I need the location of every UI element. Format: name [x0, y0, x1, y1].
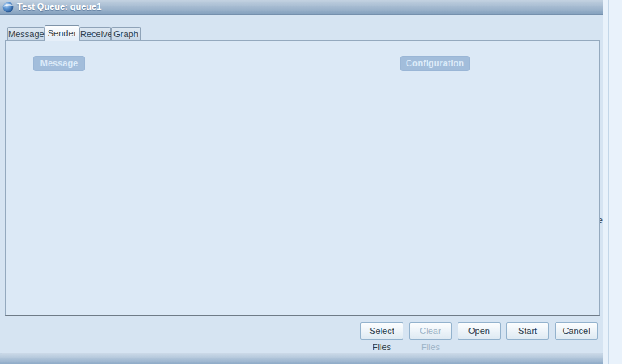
message-group-header: Message — [33, 56, 85, 71]
titlebar: Test Queue: queue1 — [0, 0, 603, 15]
background-divider — [608, 0, 609, 364]
bottom-bar — [0, 353, 603, 364]
tab-sender[interactable]: Sender — [45, 25, 79, 41]
tab-receiver[interactable]: Receiver — [79, 27, 111, 40]
test-queue-window: Test Queue: queue1 Message Sender Receiv… — [0, 0, 603, 364]
start-button[interactable]: Start — [506, 322, 549, 340]
tab-graph[interactable]: Graph — [111, 27, 141, 40]
window-title: Test Queue: queue1 — [17, 2, 101, 11]
select-files-button[interactable]: Select Files — [360, 322, 403, 340]
tab-message[interactable]: Message — [7, 27, 45, 40]
cancel-button[interactable]: Cancel — [555, 322, 598, 340]
configuration-group-header: Configuration — [400, 56, 470, 71]
sender-tab-page — [5, 40, 600, 316]
open-button[interactable]: Open — [458, 322, 501, 340]
globe-icon — [2, 2, 14, 13]
background-strip — [603, 0, 622, 364]
clear-files-button: Clear Files — [409, 322, 452, 340]
